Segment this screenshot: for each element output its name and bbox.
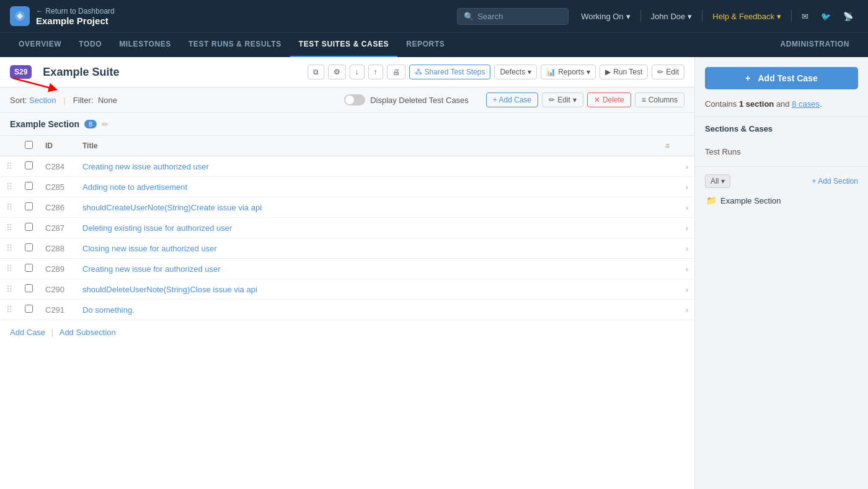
chevron-down-icon: ▾ (688, 12, 692, 21)
chevron-right-icon[interactable]: › (686, 305, 688, 315)
edit-suite-button[interactable]: ✏ Edit (652, 65, 684, 79)
checkbox-cell[interactable] (19, 259, 39, 279)
case-title-link[interactable]: Deleting existing issue for authorized u… (82, 223, 232, 233)
expand-cell[interactable]: › (676, 300, 694, 320)
drag-handle[interactable]: ⠿ (6, 182, 12, 192)
checkbox-col-header (19, 136, 39, 156)
search-bar[interactable]: 🔍 (457, 8, 569, 25)
checkbox-cell[interactable] (19, 238, 39, 259)
case-title-link[interactable]: Adding note to advertisement (82, 182, 187, 192)
twitter-icon[interactable]: 🐦 (816, 9, 836, 24)
content-area: S29 Example Suite ⧉ ⚙ ↓ ↑ 🖨 (0, 57, 868, 489)
case-title-link[interactable]: Creating new issue for authorized user (82, 264, 221, 274)
section-edit-icon[interactable]: ✏ (102, 120, 108, 129)
nav-administration[interactable]: ADMINISTRATION (771, 33, 858, 58)
chevron-right-icon[interactable]: › (686, 264, 688, 274)
case-title-link[interactable]: Closing new issue for authorized user (82, 244, 217, 253)
user-button[interactable]: John Doe ▾ (646, 9, 698, 24)
expand-cell[interactable]: › (676, 259, 694, 279)
row-checkbox[interactable] (25, 284, 33, 292)
nav-test-suites[interactable]: TEST SUITES & CASES (290, 33, 397, 58)
toggle-switch[interactable] (344, 94, 365, 105)
all-sections-button[interactable]: All ▾ (705, 174, 730, 188)
select-all-checkbox[interactable] (25, 141, 33, 149)
checkbox-cell[interactable] (19, 300, 39, 320)
row-checkbox[interactable] (25, 264, 33, 272)
settings-button[interactable]: ⚙ (328, 65, 346, 79)
case-title-link[interactable]: Do something. (82, 305, 135, 315)
chevron-right-icon[interactable]: › (686, 223, 688, 233)
checkbox-cell[interactable] (19, 177, 39, 197)
row-checkbox[interactable] (25, 243, 33, 251)
row-checkbox[interactable] (25, 223, 33, 231)
nav-milestones[interactable]: MILESTONES (110, 33, 180, 58)
drag-handle[interactable]: ⠿ (6, 264, 12, 274)
copy-button[interactable]: ⧉ (308, 65, 324, 79)
reports-button[interactable]: 📊 Reports ▾ (541, 65, 596, 79)
chevron-right-icon[interactable]: › (686, 203, 688, 212)
columns-button[interactable]: ≡ Columns (635, 92, 684, 107)
row-checkbox[interactable] (25, 182, 33, 190)
checkbox-cell[interactable] (19, 156, 39, 177)
columns-settings-icon[interactable]: ≡ (665, 141, 670, 150)
add-subsection-footer-link[interactable]: Add Subsection (60, 328, 116, 337)
expand-cell[interactable]: › (676, 238, 694, 259)
back-to-dashboard[interactable]: ← Return to Dashboard (36, 7, 115, 16)
notifications-button[interactable]: 📡 (838, 9, 858, 24)
case-id: C284 (39, 156, 76, 177)
case-title-link[interactable]: shouldDeleteUserNote(String)Close issue … (82, 285, 257, 294)
checkbox-cell[interactable] (19, 218, 39, 238)
import-button[interactable]: ↓ (350, 65, 365, 79)
mail-button[interactable]: ✉ (797, 9, 813, 24)
case-title: Creating new issue authorized user (76, 156, 676, 177)
export-button[interactable]: ↑ (368, 65, 383, 79)
print-button[interactable]: 🖨 (387, 65, 405, 79)
display-deleted-toggle[interactable]: Display Deleted Test Cases (344, 94, 469, 105)
drag-handle[interactable]: ⠿ (6, 243, 12, 253)
run-test-button[interactable]: ▶ Run Test (600, 65, 648, 79)
expand-cell[interactable]: › (676, 156, 694, 177)
checkbox-cell[interactable] (19, 279, 39, 300)
drag-handle[interactable]: ⠿ (6, 284, 12, 294)
expand-cell[interactable]: › (676, 218, 694, 238)
row-checkbox[interactable] (25, 202, 33, 210)
nav-reports[interactable]: REPORTS (397, 33, 453, 58)
chevron-right-icon[interactable]: › (686, 244, 688, 253)
section-tree-item[interactable]: 📁 Example Section (705, 193, 858, 208)
case-title-link[interactable]: Creating new issue authorized user (82, 162, 209, 171)
help-button[interactable]: Help & Feedback ▾ (707, 9, 786, 24)
sort-section-link[interactable]: Section (29, 96, 56, 105)
drag-handle[interactable]: ⠿ (6, 202, 12, 212)
add-case-footer-link[interactable]: Add Case (10, 328, 45, 337)
chevron-right-icon[interactable]: › (686, 285, 688, 294)
defects-button[interactable]: Defects ▾ (494, 65, 537, 79)
expand-cell[interactable]: › (676, 279, 694, 300)
case-title-link[interactable]: shouldCreateUserNote(String)Create issue… (82, 203, 262, 212)
drag-col-header (0, 136, 19, 156)
expand-cell[interactable]: › (676, 177, 694, 197)
drag-handle[interactable]: ⠿ (6, 305, 12, 315)
checkbox-cell[interactable] (19, 197, 39, 218)
nav-todo[interactable]: TODO (70, 33, 110, 58)
edit-button[interactable]: ✏ Edit ▾ (542, 92, 583, 107)
chevron-right-icon[interactable]: › (686, 182, 688, 192)
row-checkbox[interactable] (25, 161, 33, 169)
chevron-right-icon[interactable]: › (686, 162, 688, 171)
test-runs-nav[interactable]: Test Runs (705, 145, 858, 159)
drag-handle[interactable]: ⠿ (6, 161, 12, 171)
shared-steps-button[interactable]: ⁂ Shared Test Steps (409, 65, 491, 79)
footer-separator: | (51, 328, 56, 337)
sections-cases-title[interactable]: Sections & Cases (705, 124, 858, 133)
nav-test-runs[interactable]: TEST RUNS & RESULTS (180, 33, 290, 58)
add-section-button[interactable]: + Add Section (812, 177, 858, 186)
search-input[interactable] (477, 12, 562, 21)
expand-cell[interactable]: › (676, 197, 694, 218)
row-checkbox[interactable] (25, 305, 33, 313)
nav-overview[interactable]: OVERVIEW (10, 33, 70, 58)
cases-count-link[interactable]: 8 cases (792, 99, 820, 109)
add-test-case-button[interactable]: + Add Test Case (705, 67, 858, 89)
add-case-button[interactable]: + Add Case (486, 92, 538, 107)
delete-button[interactable]: ✕ Delete (587, 92, 631, 107)
drag-handle[interactable]: ⠿ (6, 223, 12, 233)
working-on-button[interactable]: Working On ▾ (576, 9, 635, 24)
